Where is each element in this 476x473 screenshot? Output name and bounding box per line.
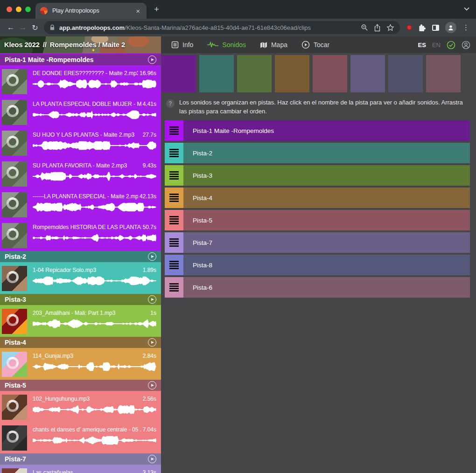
drag-handle[interactable] bbox=[165, 165, 183, 186]
play-track-button[interactable] bbox=[148, 455, 156, 463]
sync-check-icon[interactable] bbox=[447, 41, 455, 49]
sidebar-track-header[interactable]: Pista-4 bbox=[0, 337, 161, 348]
address-bar[interactable]: app.antropoloops.com/Kleos-Santa-Marina/… bbox=[44, 21, 400, 34]
sidebar-track-header[interactable]: Pista-2 bbox=[0, 251, 161, 262]
breadcrumb[interactable]: Kleos 2022 // Rompemoldes / Maite 2 bbox=[0, 36, 161, 53]
clip-waveform[interactable] bbox=[33, 79, 156, 89]
forward-button[interactable]: → bbox=[17, 21, 29, 34]
clip-thumbnail[interactable] bbox=[2, 161, 27, 187]
browser-menu-icon[interactable]: ⋮ bbox=[462, 23, 469, 32]
track-row[interactable]: Pista-3 bbox=[165, 165, 470, 186]
clip-item[interactable]: Rompemoldes HISTORIA DE LAS PLANTAS... 5… bbox=[0, 220, 161, 250]
clip-item[interactable]: DE DONDE ERES???????? - Maite 2.mp3 16.9… bbox=[0, 66, 161, 97]
account-icon[interactable] bbox=[462, 41, 470, 49]
clip-thumbnail[interactable] bbox=[2, 266, 27, 291]
drag-handle[interactable] bbox=[165, 232, 183, 253]
clip-thumbnail[interactable] bbox=[2, 223, 27, 248]
sidebar-track-header[interactable]: Pista-7 bbox=[0, 453, 161, 465]
clip-waveform[interactable] bbox=[33, 276, 156, 285]
sidebar-track-section: Pista-3 203_Amalihani - Mali: Part 1.mp3… bbox=[0, 294, 161, 337]
sidebar-clip-list: 114_Gunjai.mp3 2.84s bbox=[0, 348, 161, 380]
clip-item[interactable]: LA PLANTA ESPECIAL DOBLE MUJER - Mai... … bbox=[0, 97, 161, 127]
clip-thumbnail[interactable] bbox=[2, 69, 27, 94]
track-row[interactable]: Pista-4 bbox=[165, 188, 470, 208]
reload-button[interactable]: ↻ bbox=[29, 21, 41, 34]
sidebar-track-header[interactable]: Pista-1 Maite -Rompemoldes bbox=[0, 53, 161, 65]
minimize-window-button[interactable] bbox=[16, 7, 21, 12]
breadcrumb-project[interactable]: Kleos 2022 bbox=[4, 41, 40, 49]
clip-item[interactable]: 203_Amalihani - Mali: Part 1.mp3 1s bbox=[0, 306, 161, 336]
play-track-button[interactable] bbox=[148, 381, 156, 390]
clip-waveform[interactable] bbox=[33, 362, 156, 371]
clip-waveform[interactable] bbox=[33, 319, 156, 328]
drag-handle[interactable] bbox=[165, 120, 183, 141]
window-controls bbox=[7, 7, 31, 12]
clip-item[interactable]: 1-04 Repicador Solo.mp3 1.89s bbox=[0, 263, 161, 293]
clip-thumbnail[interactable] bbox=[2, 352, 27, 377]
clip-thumbnail[interactable] bbox=[2, 468, 27, 473]
clip-item[interactable]: Las castañuelas 3.13s bbox=[0, 465, 161, 473]
clip-waveform[interactable] bbox=[33, 436, 156, 445]
play-track-button[interactable] bbox=[148, 252, 156, 261]
zoom-page-icon[interactable] bbox=[361, 24, 368, 31]
tab-search-chevron-icon[interactable] bbox=[464, 7, 469, 11]
play-track-button[interactable] bbox=[148, 338, 156, 347]
breadcrumb-session[interactable]: Rompemoldes / Maite 2 bbox=[50, 41, 125, 49]
language-es-button[interactable]: ES bbox=[418, 42, 426, 49]
clip-thumbnail[interactable] bbox=[2, 425, 27, 451]
track-row[interactable]: Pista-2 bbox=[165, 143, 470, 163]
drag-handle[interactable] bbox=[165, 188, 183, 208]
sidebar-track-title: Pista-4 bbox=[5, 339, 26, 346]
help-question-icon: ? bbox=[166, 99, 175, 108]
clip-waveform[interactable] bbox=[33, 110, 156, 119]
clip-waveform[interactable] bbox=[33, 202, 156, 212]
nav-tab-info[interactable]: Info bbox=[171, 41, 193, 49]
back-button[interactable]: ← bbox=[5, 21, 17, 34]
drag-handle[interactable] bbox=[165, 143, 183, 163]
nav-tab-tocar[interactable]: Tocar bbox=[301, 41, 329, 49]
clip-duration: 1s bbox=[150, 310, 156, 316]
side-panel-icon[interactable] bbox=[432, 25, 439, 31]
drag-handle[interactable] bbox=[165, 255, 183, 275]
clip-thumbnail[interactable] bbox=[2, 192, 27, 217]
clip-item[interactable]: ------LA PLANNTA ESPECIAL - Maite 2.mp3 … bbox=[0, 189, 161, 220]
clip-waveform[interactable] bbox=[33, 233, 156, 243]
clip-thumbnail[interactable] bbox=[2, 100, 27, 125]
play-track-button[interactable] bbox=[148, 295, 156, 304]
clip-thumbnail[interactable] bbox=[2, 395, 27, 420]
clip-item[interactable]: 114_Gunjai.mp3 2.84s bbox=[0, 348, 161, 379]
track-row[interactable]: Pista-5 bbox=[165, 210, 470, 230]
clip-thumbnail[interactable] bbox=[2, 309, 27, 334]
nav-tab-mapa[interactable]: Mapa bbox=[260, 41, 287, 49]
drag-handle[interactable] bbox=[165, 277, 183, 298]
clip-waveform[interactable] bbox=[33, 172, 156, 181]
clip-item[interactable]: SU PLANTA FAVORITA - Maite 2.mp3 9.43s bbox=[0, 158, 161, 189]
close-window-button[interactable] bbox=[7, 7, 12, 12]
extensions-puzzle-icon[interactable] bbox=[418, 24, 426, 32]
language-en-button[interactable]: EN bbox=[432, 42, 441, 49]
share-icon[interactable] bbox=[374, 24, 381, 32]
clip-item[interactable]: 102_Hunguhungu.mp3 2.56s bbox=[0, 391, 161, 422]
zoom-window-button[interactable] bbox=[25, 7, 31, 12]
clip-waveform[interactable] bbox=[33, 405, 156, 414]
drag-handle[interactable] bbox=[165, 210, 183, 230]
clip-waveform[interactable] bbox=[33, 141, 156, 150]
sidebar-track-header[interactable]: Pista-5 bbox=[0, 380, 161, 391]
play-track-button[interactable] bbox=[148, 56, 156, 64]
new-tab-button[interactable]: + bbox=[154, 5, 159, 14]
track-row[interactable]: Pista-6 bbox=[165, 277, 470, 298]
clip-item[interactable]: SU HIJO Y LAS PLANTAS - Maite 2.mp3 27.7… bbox=[0, 127, 161, 158]
clip-item[interactable]: chants et danses d' amerique centrale - … bbox=[0, 422, 161, 453]
tab-close-icon[interactable]: × bbox=[134, 7, 142, 15]
track-row[interactable]: Pista-8 bbox=[165, 255, 470, 275]
track-row[interactable]: Pista-7 bbox=[165, 232, 470, 253]
loop-ring-icon bbox=[7, 357, 19, 369]
track-row[interactable]: Pista-1 Maite -Rompemoldes bbox=[165, 120, 470, 141]
sidebar-track-header[interactable]: Pista-3 bbox=[0, 294, 161, 305]
profile-avatar-icon[interactable] bbox=[445, 22, 456, 33]
nav-tab-sonidos[interactable]: Sonidos bbox=[207, 41, 246, 49]
browser-tab[interactable]: Play Antropoloops × bbox=[35, 3, 147, 19]
record-extension-icon[interactable] bbox=[406, 25, 412, 30]
bookmark-star-icon[interactable] bbox=[386, 24, 394, 32]
clip-thumbnail[interactable] bbox=[2, 131, 27, 156]
